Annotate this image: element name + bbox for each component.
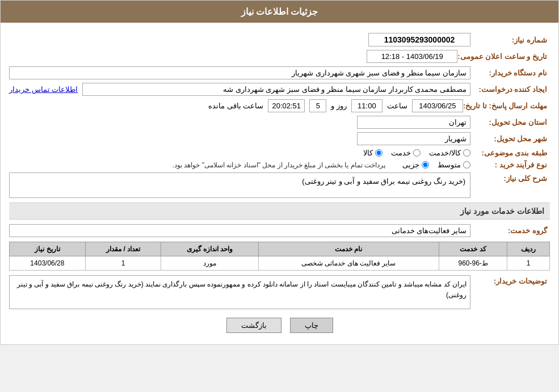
col-quantity: تعداد / مقدار	[85, 242, 161, 256]
col-date: تاریخ نیاز	[10, 242, 86, 256]
response-remaining-label: ساعت باقی مانده	[208, 102, 263, 110]
province-value: تهران	[357, 116, 470, 129]
response-days: 5	[309, 99, 326, 112]
buyer-desc-row: توضیحات خریدار: ایران کد مشابه میباشد و …	[9, 275, 550, 309]
cell-row-num: 1	[507, 256, 550, 271]
need-number-row: شماره نیاز: 1103095293000002	[9, 33, 550, 47]
purchase-radio-medium[interactable]	[463, 161, 470, 168]
service-info-section-title: اطلاعات خدمات مورد نیاز	[9, 203, 550, 220]
category-option-goods-services: کالا/خدمت	[429, 149, 470, 157]
cell-service-code: ط-96-960	[439, 256, 507, 271]
buyer-org-label: نام دستگاه خریدار:	[470, 69, 550, 77]
services-table-container: ردیف کد خدمت نام خدمت واحد اندازه گیری ت…	[9, 242, 550, 271]
buyer-org-row: نام دستگاه خریدار: سازمان سیما منظر و فض…	[9, 66, 550, 79]
main-container: جزئیات اطلاعات نیاز شماره نیاز: 11030952…	[0, 0, 559, 345]
creator-row: ایجاد کننده درخواست: مصطفی محمدی کاربردا…	[9, 83, 550, 96]
creator-label: ایجاد کننده درخواست:	[470, 85, 550, 94]
purchase-option-medium: متوسط	[438, 161, 470, 169]
response-time: 11:00	[351, 99, 383, 112]
buyer-desc-value: ایران کد مشابه میباشد و تامین کنندگان می…	[9, 275, 470, 309]
buyer-desc-label: توضیحات خریدار:	[470, 275, 550, 285]
need-description-row: شرح کلی نیاز: (خرید رنگ روغنی نیمه براق …	[9, 172, 550, 198]
category-radio2-label: خدمت	[391, 149, 411, 157]
city-label: شهر محل تحویل:	[470, 134, 550, 143]
need-description-value: (خرید رنگ روغنی نیمه براق سفید و آبی و ت…	[9, 172, 470, 198]
contact-info-link[interactable]: اطلاعات تماس خریدار	[9, 85, 78, 94]
city-row: شهر محل تحویل: شهریار	[9, 132, 550, 145]
col-service-name: نام خدمت	[258, 242, 439, 256]
category-radio-goods[interactable]	[375, 149, 383, 157]
announcement-date-label: تاریخ و ساعت اعلان عمومی:	[457, 52, 550, 61]
buyer-org-value: سازمان سیما منظر و فضای سبز شهری شهرداری…	[9, 66, 470, 79]
cell-service-name: سایر فعالیت های خدماتی شخصی	[258, 256, 439, 271]
action-buttons: چاپ بازگشت	[9, 318, 550, 333]
category-radio1-label: کالا	[363, 149, 373, 157]
cell-unit: مورد	[161, 256, 258, 271]
need-number-label: شماره نیاز:	[470, 36, 550, 44]
category-radio-group: کالا/خدمت خدمت کالا	[363, 149, 470, 157]
response-deadline-inline: 1403/06/25 ساعت 11:00 روز و 5 20:02:51 س…	[208, 99, 463, 112]
category-row: طبقه بندی موضوعی: کالا/خدمت خدمت کالا	[9, 149, 550, 157]
col-unit: واحد اندازه گیری	[161, 242, 258, 256]
purchase-radio1-label: جزیی	[402, 161, 419, 169]
category-label: طبقه بندی موضوعی:	[470, 149, 550, 157]
response-deadline-label: مهلت ارسال پاسخ: تا تاریخ:	[463, 102, 550, 110]
page-title: جزئیات اطلاعات نیاز	[241, 7, 318, 16]
table-header-row: ردیف کد خدمت نام خدمت واحد اندازه گیری ت…	[10, 242, 550, 256]
cell-quantity: 1	[85, 256, 161, 271]
response-days-label: روز و	[331, 102, 347, 110]
service-group-row: گروه خدمت: سایر فعالیت‌های خدماتی	[9, 224, 550, 237]
announcement-date-value: 1403/06/19 - 12:18	[367, 50, 457, 63]
purchase-type-row: نوع فرآیند خرید : متوسط جزیی پرداخت تمام…	[9, 161, 550, 169]
province-label: استان محل تحویل:	[470, 118, 550, 127]
category-radio-goods-services[interactable]	[463, 149, 470, 157]
announcement-date-row: تاریخ و ساعت اعلان عمومی: 1403/06/19 - 1…	[9, 50, 550, 63]
category-option-service: خدمت	[391, 149, 421, 157]
category-option-goods: کالا	[363, 149, 383, 157]
services-table: ردیف کد خدمت نام خدمت واحد اندازه گیری ت…	[9, 242, 550, 271]
purchase-type-radio-group: متوسط جزیی پرداخت تمام یا بخشی از مبلغ خ…	[173, 161, 470, 169]
back-button[interactable]: بازگشت	[226, 318, 281, 333]
purchase-radio-minor[interactable]	[422, 161, 429, 168]
province-row: استان محل تحویل: تهران	[9, 116, 550, 129]
purchase-type-label: نوع فرآیند خرید :	[470, 161, 550, 169]
page-header: جزئیات اطلاعات نیاز	[1, 1, 558, 23]
response-date: 1403/06/25	[412, 99, 463, 112]
table-row: 1 ط-96-960 سایر فعالیت های خدماتی شخصی م…	[10, 256, 550, 271]
col-row-num: ردیف	[507, 242, 550, 256]
purchase-note: پرداخت تمام یا بخشی از مبلغ خریدار از مح…	[173, 161, 385, 169]
creator-value: مصطفی محمدی کاربردار سازمان سیما منظر و …	[82, 83, 470, 96]
print-button[interactable]: چاپ	[290, 318, 333, 333]
service-group-value: سایر فعالیت‌های خدماتی	[9, 224, 470, 237]
col-service-code: کد خدمت	[439, 242, 507, 256]
main-content: شماره نیاز: 1103095293000002 تاریخ و ساع…	[1, 23, 558, 344]
response-deadline-row: مهلت ارسال پاسخ: تا تاریخ: 1403/06/25 سا…	[9, 99, 550, 112]
category-radio3-label: کالا/خدمت	[429, 149, 461, 157]
purchase-option-minor: جزیی	[402, 161, 429, 169]
need-description-label: شرح کلی نیاز:	[470, 172, 550, 183]
city-value: شهریار	[357, 132, 470, 145]
service-info-title: اطلاعات خدمات مورد نیاز	[460, 206, 544, 216]
purchase-radio2-label: متوسط	[438, 161, 461, 169]
response-remaining: 20:02:51	[268, 99, 305, 112]
need-number-value: 1103095293000002	[368, 33, 470, 47]
cell-date: 1403/06/28	[10, 256, 86, 271]
service-group-label: گروه خدمت:	[470, 226, 550, 235]
category-radio-service[interactable]	[413, 149, 421, 157]
response-time-label: ساعت	[387, 102, 407, 110]
